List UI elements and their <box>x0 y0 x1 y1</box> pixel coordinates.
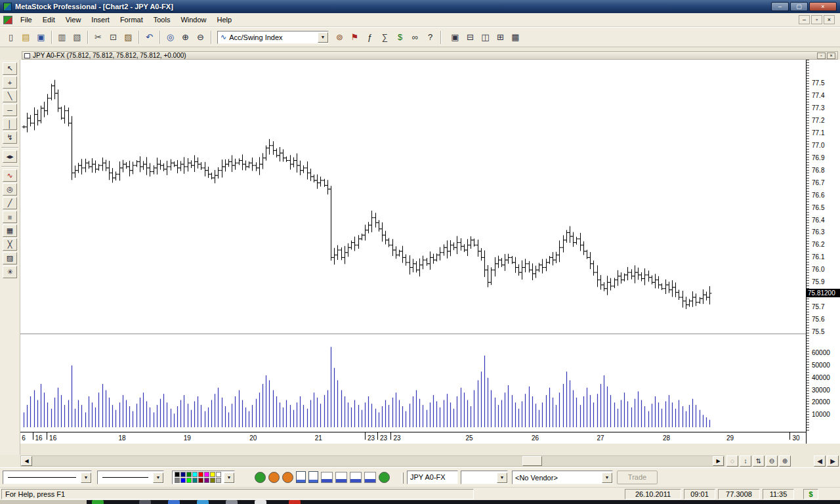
palette-color[interactable] <box>216 472 221 477</box>
palette-color[interactable] <box>204 478 209 483</box>
next-chart-button[interactable]: ▶ <box>827 455 839 467</box>
scroll-left-right-tool[interactable]: ◂▸ <box>3 150 17 163</box>
open-button[interactable]: ▤ <box>18 30 33 45</box>
zoom-out-small-button[interactable]: ⊖ <box>766 455 778 467</box>
scroll-left-arrow[interactable]: ◀ <box>21 456 32 466</box>
color-picker-combo[interactable]: ▼ <box>172 471 235 484</box>
print-preview-button[interactable]: ▧ <box>70 30 85 45</box>
window-tile-button[interactable]: ⊞ <box>493 30 508 45</box>
trendline-tool[interactable]: ╲ <box>3 90 17 102</box>
offline-charts-button[interactable] <box>282 472 293 483</box>
pointer-tool[interactable]: ↖ <box>3 62 17 75</box>
mdi-restore-button[interactable]: ▫ <box>811 15 822 24</box>
pointer-mode-button[interactable]: ◌ <box>726 455 738 467</box>
windows-taskbar[interactable] <box>0 500 840 504</box>
menu-format[interactable]: Format <box>115 14 148 26</box>
rescale-button[interactable]: ⇅ <box>753 455 765 467</box>
price-chart-canvas[interactable] <box>20 60 806 333</box>
palette-color[interactable] <box>204 472 209 477</box>
maximize-button[interactable]: ▢ <box>790 2 808 11</box>
trade-button[interactable]: Trade <box>617 471 658 484</box>
price-axis[interactable]: 75.81200 77.577.477.377.277.177.076.976.… <box>806 60 840 444</box>
palette-color[interactable] <box>180 472 186 477</box>
open-chart-page-button[interactable] <box>296 471 306 483</box>
taskbar-icon-1[interactable] <box>139 500 151 504</box>
indicator-palette-tool[interactable]: ∿ <box>3 169 17 182</box>
taskbar-icon-3[interactable] <box>197 500 209 504</box>
candle-style-button[interactable] <box>335 472 347 483</box>
vendor-dropdown-arrow-icon[interactable]: ▼ <box>602 472 612 483</box>
prev-chart-button[interactable]: ◀ <box>814 455 826 467</box>
period-combo[interactable]: ▼ <box>461 471 508 484</box>
color-dropdown-arrow-icon[interactable]: ▼ <box>224 472 234 483</box>
palette-color[interactable] <box>216 478 221 483</box>
system-tester-button[interactable]: ∑ <box>377 30 392 45</box>
horizontal-line-tool[interactable]: ─ <box>3 104 17 116</box>
search-binoculars-button[interactable]: ∞ <box>408 30 423 45</box>
palette-color[interactable] <box>198 478 203 483</box>
volume-chart-pane[interactable] <box>20 335 806 432</box>
save-button[interactable]: ▣ <box>33 30 49 45</box>
palette-color[interactable] <box>175 472 180 477</box>
pnf-style-button[interactable] <box>364 472 376 483</box>
gann-fan-tool[interactable]: ╳ <box>3 238 17 251</box>
chart-restore-button[interactable]: ▫ <box>817 52 826 59</box>
price-chart-pane[interactable] <box>20 60 806 333</box>
crosshair-tool[interactable]: + <box>3 76 17 89</box>
line-style-button[interactable] <box>350 472 362 483</box>
spiral-tool[interactable]: ◎ <box>3 183 17 196</box>
new-chart-page-button[interactable] <box>308 471 318 483</box>
menu-tools[interactable]: Tools <box>148 14 176 26</box>
palette-color[interactable] <box>210 472 215 477</box>
context-help-button[interactable]: ? <box>423 30 438 45</box>
palette-color[interactable] <box>186 478 192 483</box>
new-chart-button[interactable]: ▯ <box>3 30 18 45</box>
vertical-line-tool[interactable]: │ <box>3 117 17 130</box>
data-window-button[interactable]: ↕ <box>740 455 751 467</box>
palette-color[interactable] <box>210 478 215 483</box>
toolbar-grip[interactable] <box>402 472 404 484</box>
palette-color[interactable] <box>198 472 203 477</box>
paste-button[interactable]: ▨ <box>121 30 136 45</box>
volume-chart-canvas[interactable] <box>20 335 806 432</box>
line-style-combo[interactable]: ▼ <box>3 471 92 484</box>
taskbar-icon-5[interactable] <box>255 500 266 504</box>
chart-window-icon[interactable] <box>3 16 12 24</box>
mdi-minimize-button[interactable]: – <box>799 15 810 24</box>
chart-close-button[interactable]: × <box>827 52 835 59</box>
palette-color[interactable] <box>192 472 198 477</box>
fibonacci-retracement-tool[interactable]: ≡ <box>3 211 17 223</box>
mdi-close-button[interactable]: × <box>824 15 835 24</box>
window-tile-horizontal-button[interactable]: ⊟ <box>463 30 478 45</box>
close-button[interactable]: × <box>809 2 837 11</box>
zoom-out-button[interactable]: ⊖ <box>193 30 208 45</box>
scrollbar-thumb[interactable] <box>522 456 542 466</box>
undo-button[interactable]: ↶ <box>142 30 157 45</box>
symbol-field[interactable]: JPY A0-FX <box>407 471 458 484</box>
palette-color[interactable] <box>180 478 186 483</box>
hatch-tool[interactable]: ▨ <box>3 252 17 264</box>
horizontal-scrollbar[interactable]: ◀ ▶ <box>20 455 724 467</box>
explorer-button[interactable]: ⚑ <box>347 30 362 45</box>
cut-button[interactable]: ✂ <box>91 30 106 45</box>
taskbar-start-icon[interactable] <box>92 500 104 504</box>
scroll-right-arrow[interactable]: ▶ <box>713 456 724 466</box>
indicator-quicklist-combo[interactable]: ∿ Acc/Swing Index ▼ <box>217 31 329 44</box>
zoom-in-button[interactable]: ⊕ <box>178 30 193 45</box>
speed-lines-tool[interactable]: ╱ <box>3 197 17 209</box>
downloader-button[interactable]: $ <box>392 30 408 45</box>
taskbar-icon-6[interactable] <box>289 500 301 504</box>
window-layout-button[interactable]: ▦ <box>508 30 523 45</box>
zoom-in-small-button[interactable]: ⊕ <box>779 455 791 467</box>
taskbar-icon-2[interactable] <box>168 500 180 504</box>
palette-color[interactable] <box>186 472 192 477</box>
expert-advisor-button[interactable]: ⊚ <box>332 30 347 45</box>
vendor-combo[interactable]: <No Vendor> ▼ <box>512 471 613 484</box>
window-tile-vertical-button[interactable]: ◫ <box>478 30 493 45</box>
zigzag-tool[interactable]: ↯ <box>3 131 17 144</box>
period-dropdown-arrow-icon[interactable]: ▼ <box>497 472 507 483</box>
menu-file[interactable]: File <box>15 14 37 26</box>
grid-tool[interactable]: ▦ <box>3 224 17 237</box>
palette-color[interactable] <box>192 478 198 483</box>
taskbar-icon-4[interactable] <box>226 500 238 504</box>
